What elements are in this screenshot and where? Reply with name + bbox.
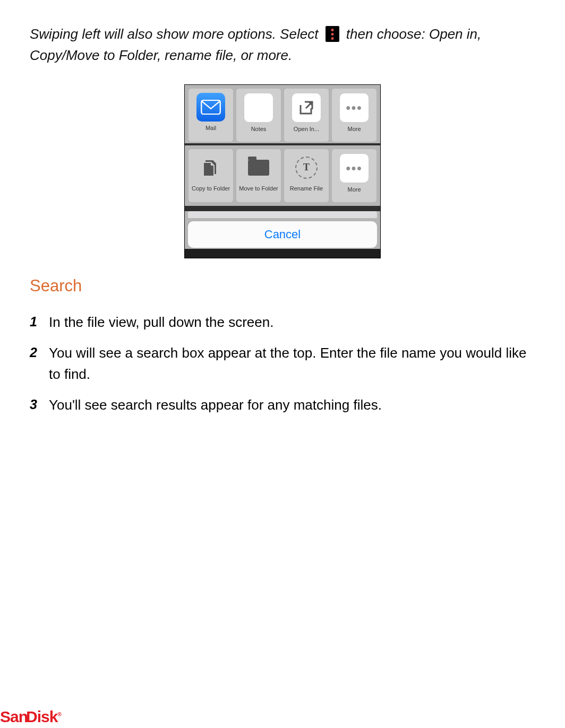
more-dots: •••	[346, 161, 362, 176]
share-tile-label: Mail	[190, 125, 232, 137]
share-tile-notes: Notes	[236, 88, 281, 142]
share-row-apps: Mail Notes Open In...	[185, 85, 380, 143]
more-options-vertical-icon	[326, 26, 339, 42]
share-tile-label: Notes	[237, 126, 280, 138]
intro-text-1: Swiping left will also show more options…	[30, 26, 318, 42]
more-icon: •••	[339, 93, 369, 123]
action-tile-more-actions: ••• More	[331, 149, 377, 203]
svg-rect-0	[201, 100, 220, 114]
share-tile-label: More	[333, 126, 375, 138]
search-step: In the file view, pull down the screen.	[46, 311, 535, 333]
search-step: You will see a search box appear at the …	[46, 342, 535, 385]
share-tile-label: Open In...	[285, 126, 328, 138]
mail-icon	[196, 93, 225, 122]
open-in-icon	[292, 93, 321, 123]
background-bottom-strip	[185, 249, 380, 258]
action-tile-rename-file: T Rename File	[284, 149, 329, 203]
rename-file-icon: T	[292, 153, 321, 182]
intro-paragraph: Swiping left will also show more options…	[30, 23, 535, 66]
action-tile-label: More	[333, 186, 375, 199]
sandisk-logo: SanDisk®	[0, 708, 61, 726]
share-tile-open-in: Open In...	[284, 88, 329, 142]
share-tile-mail: Mail	[188, 88, 234, 142]
more-icon: •••	[339, 153, 369, 183]
search-steps-list: In the file view, pull down the screen. …	[30, 311, 535, 416]
share-sheet-screenshot: Mail Notes Open In...	[184, 84, 381, 258]
action-tile-label: Copy to Folder	[190, 185, 232, 198]
share-row-actions: Copy to Folder Move to Folder T Rename F…	[185, 145, 380, 206]
background-filename-strip	[188, 211, 377, 218]
cancel-label: Cancel	[264, 228, 301, 241]
action-tile-move-to-folder: Move to Folder	[236, 149, 281, 203]
notes-icon	[244, 93, 273, 123]
action-tile-copy-to-folder: Copy to Folder	[188, 149, 234, 203]
move-to-folder-icon	[244, 153, 273, 182]
cancel-button: Cancel	[188, 221, 377, 248]
action-tile-label: Rename File	[285, 185, 328, 198]
search-step: You'll see search results appear for any…	[46, 394, 535, 415]
copy-to-folder-icon	[196, 153, 225, 182]
background-strip	[185, 206, 380, 211]
rename-letter: T	[303, 162, 310, 173]
section-heading-search: Search	[30, 276, 535, 296]
more-dots: •••	[346, 100, 362, 115]
action-tile-label: Move to Folder	[237, 185, 280, 198]
share-tile-more-apps: ••• More	[331, 88, 377, 142]
